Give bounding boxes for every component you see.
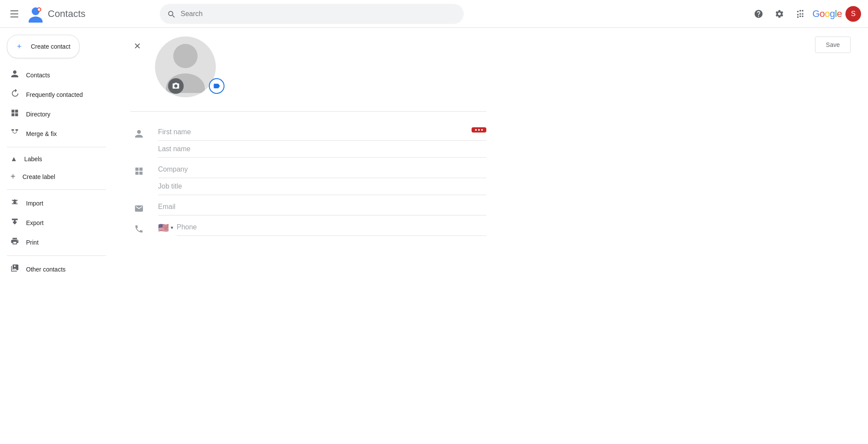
company-field-icon [130,161,148,176]
header: Contacts Google S [0,0,868,28]
svg-point-5 [173,44,198,68]
name-more-button[interactable] [472,127,486,133]
company-field-row [130,159,486,197]
grid-icon [795,9,805,19]
sidebar-item-frequently-contacted-label: Frequently contacted [26,91,83,98]
camera-icon [172,82,180,90]
sidebar-item-import[interactable]: Import [0,193,106,213]
search-icon [167,10,175,18]
help-button[interactable] [750,5,767,23]
name-inputs [158,124,486,158]
avatar-section [155,36,216,97]
company-inputs [158,161,486,195]
sidebar: + Create contact Contacts Frequently con… [0,28,113,444]
sidebar-item-contacts-label: Contacts [26,72,50,79]
search-input[interactable] [181,10,457,18]
app-logo: Contacts [27,5,86,23]
last-name-input[interactable] [158,141,486,158]
avatar-circle [155,36,216,97]
settings-button[interactable] [771,5,788,23]
form-divider [130,111,486,112]
print-label: Print [26,239,39,246]
sidebar-item-export[interactable]: Export [0,213,106,232]
hamburger-menu-icon[interactable] [7,7,22,21]
person-field-icon [134,129,144,139]
company-icon [134,166,144,176]
email-inputs [158,199,486,215]
create-label-label: Create label [23,173,56,180]
svg-point-1 [29,17,43,23]
phone-input[interactable] [177,219,486,236]
plus-icon: + [16,41,26,52]
directory-icon [10,109,19,119]
company-input[interactable] [158,161,486,178]
search-bar[interactable] [160,4,464,24]
form-fields: 🇺🇸 ▾ [130,122,486,238]
job-title-input[interactable] [158,178,486,195]
import-icon [10,198,19,209]
camera-button[interactable] [168,78,184,94]
sidebar-divider-1 [7,147,106,147]
sidebar-item-other-contacts[interactable]: Other contacts [0,259,106,279]
chevron-down-icon: ▾ [171,225,173,231]
close-button[interactable]: ✕ [130,38,145,54]
export-icon [10,217,19,228]
main-content: Save ✕ [113,28,868,444]
sidebar-item-merge-fix-label: Merge & fix [26,130,57,137]
email-input[interactable] [158,199,486,215]
other-contacts-label: Other contacts [26,266,66,273]
apps-button[interactable] [792,5,809,23]
sidebar-item-frequently-contacted[interactable]: Frequently contacted [0,85,106,104]
create-contact-button[interactable]: + Create contact [7,35,79,58]
label-icon [213,82,221,90]
import-label: Import [26,200,43,207]
svg-text:+: + [17,42,22,51]
sidebar-item-directory-label: Directory [26,111,50,118]
sidebar-divider-2 [7,189,106,190]
sidebar-divider-3 [7,255,106,256]
export-label: Export [26,219,43,226]
header-left: Contacts [7,5,155,23]
user-avatar[interactable]: S [845,6,861,22]
labels-label: Labels [24,156,42,162]
help-icon [754,9,763,19]
app-body: + Create contact Contacts Frequently con… [0,28,868,444]
print-icon [10,237,19,248]
sidebar-item-print[interactable]: Print [0,232,106,252]
chevron-up-icon: ▲ [10,155,17,163]
create-contact-label: Create contact [31,43,70,50]
us-flag-icon: 🇺🇸 [158,222,169,233]
phone-icon [134,224,144,234]
save-button[interactable]: Save [815,36,851,53]
sidebar-item-merge-fix[interactable]: Merge & fix [0,124,106,143]
email-icon [134,204,144,213]
plus-label-icon: + [10,172,16,182]
email-field-icon [130,199,148,213]
phone-inputs: 🇺🇸 ▾ [158,219,486,236]
phone-country-selector[interactable]: 🇺🇸 ▾ [158,222,173,233]
phone-field-row: 🇺🇸 ▾ [130,217,486,238]
phone-field-icon [130,219,148,234]
history-icon [10,89,19,100]
email-field-row [130,197,486,217]
sidebar-item-directory[interactable]: Directory [0,104,106,124]
svg-point-3 [38,8,40,11]
first-name-input[interactable] [158,124,486,141]
merge-icon [10,128,19,139]
contact-form: Save ✕ [113,28,504,246]
name-field-row [130,122,486,159]
form-header: ✕ [130,36,486,97]
app-title: Contacts [48,8,86,20]
phone-row: 🇺🇸 ▾ [158,219,486,236]
google-logo: Google [812,8,842,20]
sidebar-item-contacts[interactable]: Contacts [0,65,106,85]
labels-section-header[interactable]: ▲ Labels [0,151,113,167]
first-name-wrapper [158,124,486,141]
person-icon [10,70,19,80]
other-contacts-icon [10,264,19,275]
name-field-icon [130,124,148,139]
header-right: Google S [750,5,861,23]
label-tag-button[interactable] [209,78,224,94]
sidebar-item-create-label[interactable]: + Create label [0,167,106,186]
contacts-logo-icon [27,5,44,23]
